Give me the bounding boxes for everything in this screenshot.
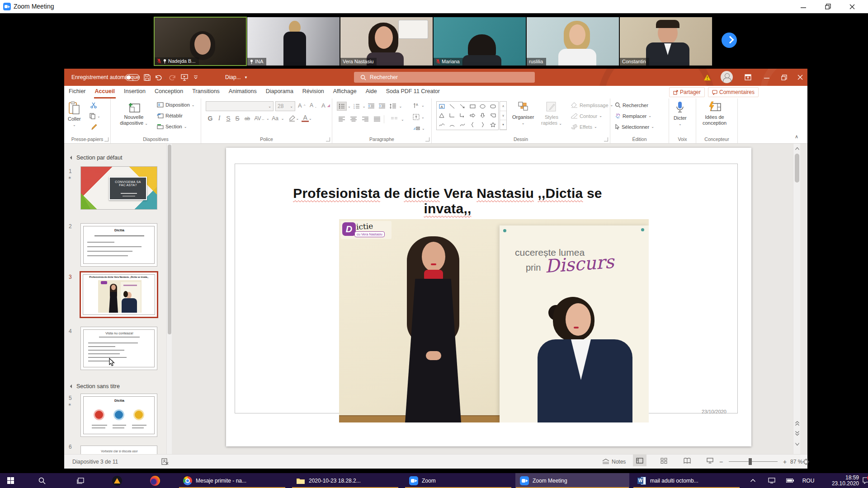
redo-icon[interactable] <box>169 69 176 86</box>
line-spacing-chevron[interactable]: ⌄ <box>399 104 402 108</box>
zoom-slider-thumb[interactable] <box>749 458 752 465</box>
zoom-out-button[interactable]: − <box>719 455 723 469</box>
paragraph-dialog-launcher[interactable] <box>425 137 429 141</box>
zoom-close-button[interactable] <box>842 0 863 13</box>
ribbon-display-options-icon[interactable] <box>740 69 756 86</box>
tab-soda-pdf[interactable]: Soda PDF 11 Creator <box>382 86 444 99</box>
convert-smartart-button[interactable]: ⌄ <box>413 126 425 131</box>
autosave-toggle[interactable] <box>125 74 140 81</box>
account-avatar[interactable] <box>721 71 733 83</box>
panel-scrollbar-thumb[interactable] <box>168 145 171 334</box>
tab-aide[interactable]: Aide <box>361 86 382 99</box>
tray-expand-chevron[interactable] <box>745 473 760 488</box>
normal-view-button[interactable] <box>633 455 646 466</box>
taskbar-search-icon[interactable] <box>32 473 52 488</box>
clipboard-dialog-launcher[interactable] <box>104 137 108 141</box>
canvas-scrollbar[interactable] <box>793 144 800 454</box>
dictate-button[interactable]: Dicter ⌄ <box>674 101 687 126</box>
canvas-scrollbar-thumb[interactable] <box>795 154 799 183</box>
section-header-untitled[interactable]: Section sans titre <box>71 383 120 389</box>
shrink-font-button[interactable]: Aˬ <box>310 102 316 108</box>
underline-button[interactable]: S <box>224 115 233 122</box>
cut-button[interactable] <box>90 102 97 108</box>
participant-tile-mariana[interactable]: Mariana <box>433 17 526 66</box>
language-indicator[interactable]: ROU <box>799 473 817 488</box>
line-spacing-button[interactable] <box>388 102 398 111</box>
numbering-button[interactable]: 123 <box>352 102 362 111</box>
scroll-down-button[interactable] <box>793 440 801 448</box>
previous-slide-button[interactable] <box>793 419 801 427</box>
reading-view-button[interactable] <box>680 455 694 466</box>
bullets-button[interactable] <box>337 102 347 111</box>
strikethrough-alt-button[interactable]: ab <box>242 116 253 121</box>
save-icon[interactable] <box>144 69 151 86</box>
layout-button[interactable]: Disposition⌄ <box>157 102 195 108</box>
participant-tile-constantin[interactable]: Constantin <box>619 17 712 66</box>
text-direction-button[interactable]: A⌄ <box>413 102 425 108</box>
shape-outline-button[interactable]: Contour⌄ <box>571 113 602 119</box>
zoom-restore-button[interactable] <box>817 0 838 13</box>
case-chevron[interactable]: ⌄ <box>281 117 284 121</box>
tab-affichage[interactable]: Affichage <box>329 86 361 99</box>
tray-battery-icon[interactable] <box>782 473 797 488</box>
start-button[interactable] <box>0 473 21 488</box>
start-slideshow-icon[interactable] <box>181 69 188 86</box>
firefox-icon[interactable] <box>145 473 165 488</box>
tab-fichier[interactable]: Fichier <box>64 86 90 99</box>
slide-counter[interactable]: Diapositive 3 de 11 <box>72 455 118 469</box>
spacing-chevron[interactable]: ⌄ <box>266 117 269 121</box>
taskbar-folder-button[interactable]: 2020-10-23 18.28.2... <box>292 473 399 488</box>
shapes-gallery[interactable]: A <box>436 101 499 130</box>
panel-scrollbar[interactable] <box>166 144 172 454</box>
tab-animations[interactable]: Animations <box>224 86 261 99</box>
italic-button[interactable]: I <box>215 115 224 122</box>
shapes-gallery-scroll[interactable]: ∧∨▾ <box>500 101 507 130</box>
select-button[interactable]: Sélectionner⌄ <box>615 124 654 130</box>
tab-revision[interactable]: Révision <box>298 86 329 99</box>
section-button[interactable]: Section⌄ <box>157 124 187 129</box>
font-dialog-launcher[interactable] <box>326 137 330 141</box>
increase-indent-button[interactable] <box>377 102 387 111</box>
comments-button[interactable]: Commentaires <box>708 87 759 97</box>
section-header-default[interactable]: Section par défaut <box>71 155 122 161</box>
taskbar-zoom-button[interactable]: Zoom <box>405 473 512 488</box>
slideshow-view-button[interactable] <box>703 455 717 466</box>
next-slide-button[interactable] <box>793 429 801 437</box>
slide-photo[interactable]: cucerește lumea prin Discurs D <box>339 219 649 422</box>
slide-title[interactable]: Profesionista de dictie Vera Nastasiu ,,… <box>269 186 626 216</box>
participant-tile-ruslilia[interactable]: ruslilia <box>526 17 619 66</box>
task-view-icon[interactable] <box>70 473 91 488</box>
collapse-ribbon-chevron[interactable]: ∧ <box>795 134 798 140</box>
share-button[interactable]: Partager <box>669 87 705 97</box>
slide-sorter-view-button[interactable] <box>657 455 670 466</box>
next-participants-button[interactable] <box>722 33 737 48</box>
quick-styles-button[interactable]: Stylesrapides ⌄ <box>541 101 562 127</box>
slide-thumbnail-3-selected[interactable]: Profesionista de dictie Vera Nastasiu ,,… <box>80 271 158 318</box>
notification-center[interactable]: 1 <box>863 473 868 488</box>
ppt-close-button[interactable] <box>792 69 807 86</box>
change-case-button[interactable]: Aa <box>269 115 281 122</box>
document-name-caret[interactable]: ▼ <box>244 69 248 86</box>
taskbar-zoom-meeting-button[interactable]: Zoom Meeting <box>515 473 629 488</box>
participant-tile-ina[interactable]: INA <box>247 17 340 66</box>
strikethrough-button[interactable]: S <box>233 115 242 122</box>
align-right-button[interactable] <box>360 115 370 124</box>
new-slide-button[interactable]: Nouvelle diapositive ⌄ <box>116 101 151 127</box>
tab-conception[interactable]: Conception <box>150 86 188 99</box>
tab-diaporama[interactable]: Diaporama <box>261 86 298 99</box>
paste-button[interactable]: Coller ⌄ <box>68 101 81 127</box>
notes-button[interactable]: Notes <box>602 455 626 469</box>
align-text-button[interactable]: ⌄ <box>413 114 425 120</box>
reset-button[interactable]: Rétablir <box>157 113 183 118</box>
arrange-button[interactable]: Organiser ⌄ <box>512 101 534 125</box>
font-name-combo[interactable]: ⌄ <box>206 101 274 111</box>
columns-chevron[interactable]: ⌄ <box>401 117 404 122</box>
align-left-button[interactable] <box>337 115 347 124</box>
scroll-up-button[interactable] <box>793 145 801 153</box>
shape-fill-button[interactable]: Remplissage⌄ <box>571 102 613 108</box>
accessibility-checker-icon[interactable] <box>161 455 169 469</box>
clear-formatting-button[interactable]: A◢ <box>321 102 330 109</box>
highlight-chevron[interactable]: ⌄ <box>296 117 299 121</box>
tab-insertion[interactable]: Insertion <box>119 86 150 99</box>
undo-icon[interactable]: ⌄ <box>155 69 166 86</box>
